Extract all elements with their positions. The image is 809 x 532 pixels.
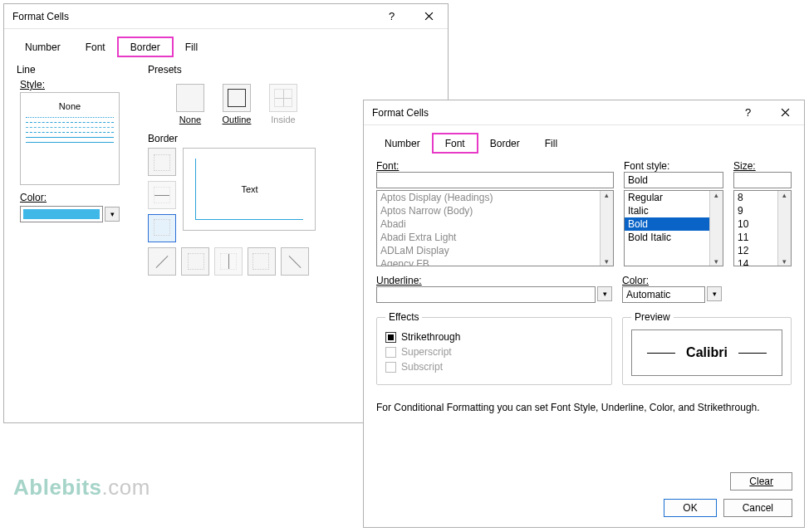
underline-select[interactable]: [376, 286, 596, 303]
subscript-checkbox: Subscript: [385, 359, 603, 374]
font-listbox[interactable]: Aptos Display (Headings) Aptos Narrow (B…: [376, 190, 614, 266]
dialog-title: Format Cells: [372, 107, 729, 119]
border-middle-h-button[interactable]: [148, 181, 176, 209]
preview-group: Preview Calibri: [622, 311, 792, 385]
scrollbar[interactable]: ▴▾: [600, 191, 613, 266]
font-option[interactable]: Aptos Narrow (Body): [377, 204, 613, 217]
border-diag-up-button[interactable]: [281, 247, 309, 276]
font-style-input[interactable]: [624, 172, 723, 188]
color-label: Color:: [20, 192, 133, 203]
clear-button[interactable]: Clear: [730, 472, 792, 491]
border-preview-text: Text: [195, 159, 303, 220]
font-style-option[interactable]: Italic: [625, 204, 723, 217]
size-listbox[interactable]: 8 9 10 11 12 14 ▴▾: [733, 190, 792, 266]
tab-number[interactable]: Number: [12, 37, 73, 56]
preset-inside: [269, 84, 297, 112]
strikethrough-checkbox[interactable]: Strikethrough: [385, 329, 603, 344]
line-style-picker[interactable]: None: [20, 92, 120, 185]
font-style-option[interactable]: Bold Italic: [625, 231, 723, 244]
color-label: Color:: [622, 275, 792, 286]
preset-none-label: None: [179, 115, 201, 124]
presets-group-label: Presets: [148, 64, 435, 76]
font-option[interactable]: ADLaM Display: [377, 244, 613, 257]
border-middle-v-button[interactable]: [214, 247, 243, 276]
border-diag-down-button[interactable]: [148, 247, 176, 276]
preset-inside-label: Inside: [271, 115, 295, 124]
tab-border[interactable]: Border: [118, 37, 173, 56]
border-right-button[interactable]: [248, 247, 276, 276]
tab-border[interactable]: Border: [478, 134, 532, 153]
scrollbar[interactable]: ▴▾: [777, 191, 791, 266]
tab-fill[interactable]: Fill: [173, 37, 210, 56]
color-select[interactable]: Automatic: [622, 286, 705, 303]
size-label: Size:: [733, 160, 792, 172]
font-input[interactable]: [376, 172, 614, 188]
font-style-listbox[interactable]: Regular Italic Bold Bold Italic ▴▾: [624, 190, 723, 266]
close-icon: [781, 108, 790, 117]
superscript-checkbox: Superscript: [385, 344, 603, 359]
line-group-label: Line: [17, 64, 133, 76]
scrollbar[interactable]: ▴▾: [709, 191, 723, 266]
size-input[interactable]: [733, 172, 792, 188]
tab-number[interactable]: Number: [372, 134, 433, 153]
preview-legend: Preview: [631, 311, 674, 323]
tab-strip: Number Font Border Fill: [4, 29, 448, 56]
tab-font[interactable]: Font: [73, 37, 118, 56]
font-style-option[interactable]: Regular: [625, 191, 723, 204]
close-icon: [424, 12, 434, 21]
preset-outline-label: Outline: [223, 115, 252, 124]
border-bottom-button[interactable]: [148, 214, 176, 242]
cancel-button[interactable]: Cancel: [723, 499, 792, 517]
font-option[interactable]: Agency FB: [377, 257, 613, 266]
font-option[interactable]: Abadi: [377, 217, 613, 231]
border-top-button[interactable]: [148, 148, 176, 176]
checkbox-icon: [385, 347, 396, 358]
border-preview: Text: [183, 148, 316, 231]
checkbox-icon: [385, 332, 396, 343]
effects-group: Effects Strikethrough Superscript Subscr…: [376, 311, 612, 385]
preset-outline[interactable]: [223, 84, 251, 112]
dialog-title: Format Cells: [12, 11, 373, 22]
font-option[interactable]: Abadi Extra Light: [377, 231, 613, 244]
dialog-format-cells-font: Format Cells ? Number Font Border Fill F…: [363, 100, 805, 528]
preview-sample: Calibri: [631, 329, 782, 376]
line-color-swatch[interactable]: [20, 206, 103, 222]
close-button[interactable]: [410, 4, 448, 29]
underline-label: Underline:: [376, 275, 612, 286]
note-text: For Conditional Formatting you can set F…: [376, 393, 792, 413]
underline-dropdown[interactable]: ▾: [597, 286, 612, 301]
titlebar: Format Cells ?: [364, 100, 804, 125]
color-dropdown[interactable]: ▾: [707, 286, 722, 301]
help-button[interactable]: ?: [373, 4, 410, 29]
help-button[interactable]: ?: [729, 100, 767, 125]
tab-strip: Number Font Border Fill: [364, 125, 804, 153]
line-style-none[interactable]: None: [26, 98, 114, 113]
style-label: Style:: [20, 79, 133, 90]
tab-font[interactable]: Font: [433, 134, 478, 153]
ok-button[interactable]: OK: [664, 499, 716, 517]
titlebar: Format Cells ?: [4, 4, 448, 29]
checkbox-icon: [385, 362, 396, 373]
watermark: Ablebits.com: [13, 475, 150, 500]
font-style-label: Font style:: [624, 160, 723, 172]
preset-none[interactable]: [176, 84, 204, 112]
border-left-button[interactable]: [181, 247, 209, 276]
close-button[interactable]: [767, 100, 804, 125]
line-color-dropdown[interactable]: ▾: [105, 207, 120, 222]
font-style-option[interactable]: Bold: [625, 217, 723, 231]
font-label: Font:: [376, 160, 614, 172]
font-option[interactable]: Aptos Display (Headings): [377, 191, 613, 204]
tab-fill[interactable]: Fill: [532, 134, 570, 153]
effects-legend: Effects: [385, 311, 422, 323]
